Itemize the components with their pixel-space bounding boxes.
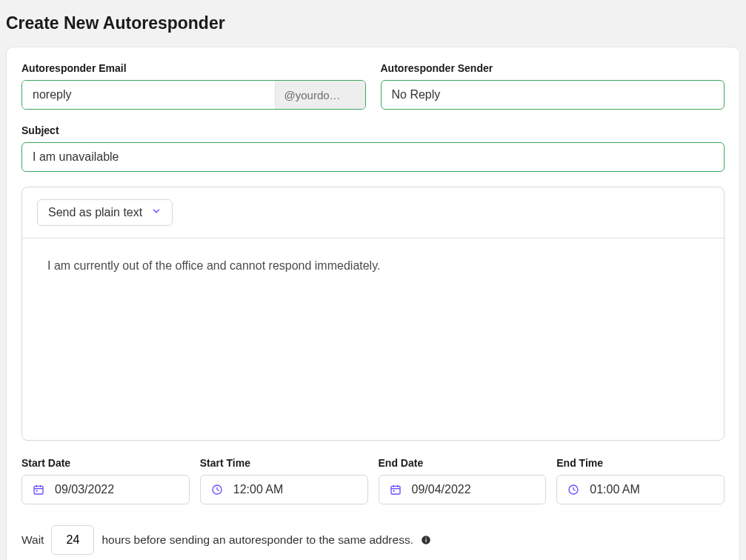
svg-rect-17 [425,539,426,542]
editor-toolbar: Send as plain text [22,187,724,239]
clock-icon [567,484,579,496]
calendar-icon [33,484,44,496]
email-label: Autoresponder Email [21,62,366,74]
autoresponder-form-card: Autoresponder Email @yourdo… Autorespond… [6,47,740,560]
end-date-value: 09/04/2022 [412,483,471,496]
svg-line-15 [573,490,576,490]
chevron-down-icon [151,206,161,219]
end-time-input[interactable]: 01:00 AM [556,475,725,504]
info-icon[interactable] [421,535,431,545]
wait-prefix: Wait [21,533,44,547]
start-time-label: Start Time [200,457,368,469]
end-date-label: End Date [379,457,547,469]
wait-hours-input[interactable] [51,525,94,555]
body-textarea[interactable] [47,259,699,363]
end-date-input[interactable]: 09/04/2022 [379,475,547,504]
editor-body [22,239,724,440]
svg-rect-18 [425,538,426,539]
email-input-group: @yourdo… [21,80,366,110]
svg-line-7 [217,490,219,490]
svg-rect-4 [36,490,38,492]
start-time-value: 12:00 AM [233,483,284,496]
svg-rect-12 [393,490,394,492]
start-date-value: 09/03/2022 [55,483,114,496]
end-time-value: 01:00 AM [590,483,640,496]
start-date-label: Start Date [21,457,190,469]
email-input[interactable] [22,81,275,109]
start-time-input[interactable]: 12:00 AM [200,475,368,504]
body-editor: Send as plain text [21,187,725,441]
page-title: Create New Autoresponder [6,13,740,33]
sender-label: Autoresponder Sender [381,62,725,74]
svg-rect-8 [391,486,400,494]
svg-rect-0 [34,486,43,494]
email-domain-suffix: @yourdo… [275,81,365,109]
clock-icon [211,484,223,496]
end-time-label: End Time [556,457,725,469]
wait-suffix: hours before sending an autoresponder to… [101,533,413,547]
format-select-label: Send as plain text [48,206,142,219]
sender-input[interactable] [381,80,725,110]
subject-input[interactable] [21,142,725,172]
format-select[interactable]: Send as plain text [37,199,173,226]
wait-row: Wait hours before sending an autorespond… [21,525,725,555]
subject-label: Subject [21,124,725,136]
start-date-input[interactable]: 09/03/2022 [21,475,190,504]
calendar-icon [390,484,402,496]
